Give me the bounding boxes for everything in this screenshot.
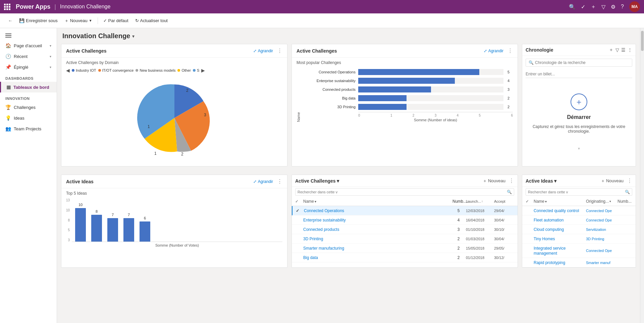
grid-menu-icon[interactable] (4, 4, 10, 10)
table-row[interactable]: Tiny Homes 3D Printing (522, 234, 636, 244)
table-row[interactable]: Enterprise sustainability 4 16/04/2018 3… (292, 215, 518, 225)
bar-chart-subtitle: Most popular Challenges (297, 60, 513, 65)
table-row[interactable]: Fleet automation Connected Ope (522, 215, 636, 225)
table-row[interactable]: Cloud computing Servitization (522, 225, 636, 234)
row-name-link[interactable]: Smarter manufacturing (303, 246, 344, 251)
chevron-down-icon: ▾ (50, 65, 51, 69)
scrollbar-thumb[interactable] (641, 31, 644, 51)
table-row[interactable]: Connected products 3 01/10/2018 30/10/ (292, 225, 518, 234)
expand-icon: ⤢ (484, 49, 487, 53)
bar-row-2: Enterprise sustainability 4 (302, 78, 513, 84)
row-name-link[interactable]: Connected products (303, 227, 339, 232)
refresh-button[interactable]: ↻ Actualiser tout (132, 17, 170, 24)
row-name-link[interactable]: 3D Printing (303, 237, 323, 241)
filter-icon[interactable]: ▽ (601, 4, 605, 10)
pie-label: 3 (204, 113, 206, 117)
new-idea-button[interactable]: ＋ Nouveau (601, 178, 624, 184)
sidebar-item-tableaux[interactable]: ▦ Tableaux de bord (0, 82, 57, 92)
app-page-title: Innovation Challenge (60, 4, 110, 10)
table-row[interactable]: Connected quality control Connected Ope (522, 206, 636, 215)
settings-icon[interactable]: ⚙ (611, 4, 615, 10)
legend-prev-button[interactable]: ◀ (66, 68, 70, 73)
table-row[interactable]: ✓ Connected Operations 5 12/03/2018 29/0… (292, 206, 518, 215)
new-button[interactable]: ＋ Nouveau ▼ (62, 16, 95, 25)
card-menu-bar[interactable]: ⋮ (507, 48, 513, 54)
card-menu-ideas[interactable]: ⋮ (277, 178, 282, 185)
row-name-link[interactable]: Connected Operations (304, 208, 344, 213)
table-row[interactable]: Rapid prototyping Smarter manuf (522, 258, 636, 267)
legend-next-button[interactable]: ▶ (201, 68, 205, 73)
ideas-search-bar: 🔍 (526, 188, 632, 196)
dashboard-top-grid: Active Challenges ⤢ Agrandir ⋮ Active Ch… (61, 44, 636, 171)
row-name-link[interactable]: Connected quality control (534, 208, 579, 213)
hamburger-menu[interactable] (0, 31, 57, 40)
row-name-link[interactable]: Cloud computing (534, 227, 564, 232)
row-name-link[interactable]: Integrated service management (534, 246, 566, 256)
scroll-indicator: ▼ (522, 147, 636, 150)
new-challenge-button[interactable]: ＋ Nouveau (483, 178, 505, 184)
table-row[interactable]: Integrated service management Connected … (522, 244, 636, 258)
agrandir-ideas-button[interactable]: ⤢ Agrandir (253, 179, 273, 184)
search-icon[interactable]: 🔍 (569, 4, 576, 10)
vertical-scrollbar[interactable] (640, 28, 644, 323)
trophy-icon: 🏆 (5, 105, 11, 110)
sidebar-item-recent[interactable]: 🕐 Récent ▾ (0, 51, 57, 62)
chrono-search-input[interactable] (535, 60, 629, 65)
card-menu-ideas-table[interactable]: ⋮ (627, 178, 632, 184)
card-menu-challenges-table[interactable]: ⋮ (509, 178, 514, 184)
default-button[interactable]: ✓ Par défaut (101, 17, 131, 24)
avatar[interactable]: MA (629, 1, 640, 12)
table-row[interactable]: Smarter manufacturing 2 15/05/2018 29/05… (292, 244, 518, 253)
chrono-menu-button[interactable]: ⋮ (628, 47, 632, 53)
row-name-link[interactable]: Enterprise sustainability (303, 218, 346, 222)
chrono-add-button[interactable]: ＋ (609, 47, 613, 53)
card-active-challenges-pie: Active Challenges ⤢ Agrandir ⋮ Active Ch… (61, 44, 287, 167)
chrono-entry-area (522, 69, 636, 80)
app-name: Power Apps (16, 3, 50, 10)
legend-dot (98, 69, 101, 72)
row-name-link[interactable]: Big data (303, 255, 318, 260)
dashboard-bottom-grid: Active Ideas ⤢ Agrandir ⋮ Top 5 Ideas 13… (61, 175, 636, 268)
sidebar-item-home[interactable]: 🏠 Page d'accueil ▾ (0, 40, 57, 51)
save-as-button[interactable]: 💾 Enregistrer sous (16, 17, 60, 24)
challenges-search-input[interactable] (298, 190, 505, 194)
legend-new-biz: New business models (136, 68, 175, 72)
content-area: Innovation Challenge ▾ Active Challenges… (57, 28, 640, 323)
col-bar-val: 10 (78, 203, 83, 207)
legend-dot (136, 69, 138, 72)
sidebar-item-challenges[interactable]: 🏆 Challenges (0, 102, 57, 113)
bar-value: 5 (507, 70, 513, 74)
chrono-list-button[interactable]: ☰ (621, 47, 626, 53)
ideas-search-input[interactable] (528, 190, 624, 194)
card-menu-pie[interactable]: ⋮ (277, 48, 282, 54)
chrono-entry-input[interactable] (526, 72, 632, 78)
pie-label: 1 (148, 124, 150, 129)
sidebar-item-ideas[interactable]: 💡 Ideas (0, 113, 57, 123)
challenges-search-bar: 🔍 (295, 188, 514, 196)
checkmark-icon[interactable]: ✓ (581, 4, 585, 10)
table-row[interactable]: 3D Printing 2 01/03/2018 30/04/ (292, 234, 518, 244)
agrandir-bar-button[interactable]: ⤢ Agrandir (484, 49, 503, 53)
pie-svg: 2 3 1 1 2 (127, 78, 221, 158)
row-name-link[interactable]: Tiny Homes (534, 237, 555, 241)
table-row[interactable]: Big data 2 01/12/2018 30/12/ (292, 253, 518, 262)
sidebar-item-team-projects[interactable]: 👥 Team Projects (0, 123, 57, 134)
agrandir-pie-button[interactable]: ⤢ Agrandir (253, 49, 273, 53)
bulb-icon: 💡 (5, 115, 11, 121)
active-ideas-dropdown[interactable]: Active Ideas ▾ (526, 178, 556, 184)
chrono-plus-icon[interactable]: ＋ (571, 93, 587, 110)
active-challenges-dropdown[interactable]: Active Challenges ▾ (295, 178, 339, 184)
back-button[interactable]: ← (5, 17, 15, 24)
col-bar-val: 7 (112, 213, 114, 217)
page-header: Innovation Challenge ▾ (61, 32, 636, 44)
pie-section: Active Challenges by Domain ◀ Industry I… (61, 58, 287, 166)
card-title-pie: Active Challenges (66, 48, 251, 54)
chrono-filter-button[interactable]: ▽ (615, 47, 619, 53)
plus-icon[interactable]: ＋ (591, 3, 596, 10)
legend-other: Other (177, 68, 191, 72)
row-name-link[interactable]: Fleet automation (534, 218, 564, 222)
page-title-chevron[interactable]: ▾ (132, 34, 135, 39)
help-icon[interactable]: ? (621, 4, 624, 10)
sidebar-item-pinned[interactable]: 📌 Épinglé ▾ (0, 62, 57, 72)
row-name-link[interactable]: Rapid prototyping (534, 260, 565, 265)
